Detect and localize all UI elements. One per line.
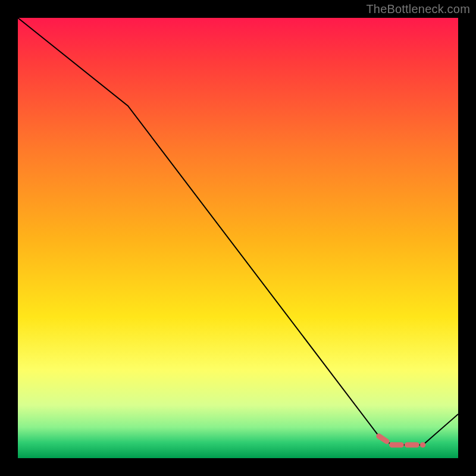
plot-background: [18, 18, 458, 458]
chart-frame: TheBottleneck.com: [0, 0, 476, 476]
bottleneck-chart: [0, 0, 476, 476]
